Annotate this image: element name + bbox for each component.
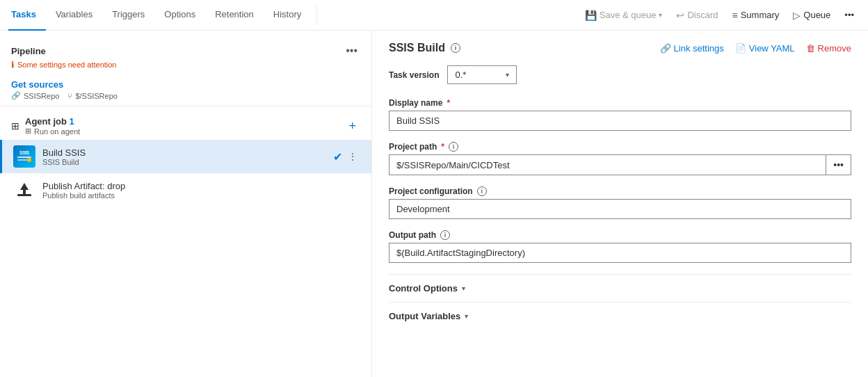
display-name-field: Display name * xyxy=(389,98,851,131)
remove-icon: 🗑 xyxy=(806,43,815,54)
output-path-field: Output path i xyxy=(389,230,851,263)
get-sources-link[interactable]: Get sources xyxy=(11,79,360,90)
task-item-publish-artifact[interactable]: Publish Artifact: drop Publish build art… xyxy=(0,173,371,207)
task-version-row: Task version 0.* ▾ xyxy=(389,65,851,84)
project-path-input[interactable] xyxy=(389,154,826,175)
title-info-icon[interactable]: i xyxy=(451,43,460,53)
nav-divider xyxy=(316,6,317,25)
ssis-icon-svg: SSIS xyxy=(13,145,35,168)
repo-icon: 🔗 xyxy=(11,91,21,100)
main-layout: Pipeline ••• ℹ Some settings need attent… xyxy=(0,31,868,377)
right-panel-actions: 🔗 Link settings 📄 View YAML 🗑 Remove xyxy=(660,43,851,54)
output-variables-chevron-icon: ▾ xyxy=(465,312,468,320)
nav-tabs: Tasks Variables Triggers Options Retenti… xyxy=(8,0,311,31)
more-options-button[interactable]: ••• xyxy=(839,7,860,23)
task-sub-publish-artifact: Publish build artifacts xyxy=(42,191,360,200)
warning-icon: ℹ xyxy=(11,60,15,70)
pipeline-title: Pipeline xyxy=(11,46,46,56)
branch-item: ⑂ $/SSISRepo xyxy=(67,92,118,100)
view-yaml-link[interactable]: 📄 View YAML xyxy=(735,43,795,54)
control-options-label: Control Options xyxy=(389,283,458,294)
output-variables-section[interactable]: Output Variables ▾ xyxy=(389,302,851,330)
task-more-button-build-ssis[interactable]: ⋮ xyxy=(345,150,360,163)
svg-marker-7 xyxy=(20,183,29,190)
link-icon: 🔗 xyxy=(660,43,671,54)
output-variables-label: Output Variables xyxy=(389,311,460,321)
task-actions-build-ssis: ✔ ⋮ xyxy=(333,150,360,163)
task-info-publish-artifact: Publish Artifact: drop Publish build art… xyxy=(42,181,360,200)
tab-tasks[interactable]: Tasks xyxy=(8,0,46,31)
control-options-chevron-icon: ▾ xyxy=(462,284,465,292)
required-asterisk-path: * xyxy=(441,142,444,152)
summary-button[interactable]: ≡ Summary xyxy=(727,7,785,24)
left-panel: Pipeline ••• ℹ Some settings need attent… xyxy=(0,31,372,377)
task-version-select[interactable]: 0.* ▾ xyxy=(447,65,517,84)
remove-link[interactable]: 🗑 Remove xyxy=(806,43,851,54)
top-nav: Tasks Variables Triggers Options Retenti… xyxy=(0,0,868,31)
task-version-label: Task version xyxy=(389,70,439,80)
output-path-input[interactable] xyxy=(389,243,851,263)
project-path-info-icon[interactable]: i xyxy=(449,142,458,152)
agent-job-info: Agent job 1 ⊞ Run on agent xyxy=(25,116,80,136)
project-path-field: Project path * i ••• xyxy=(389,142,851,175)
agent-job-title: Agent job 1 xyxy=(25,116,80,127)
yaml-icon: 📄 xyxy=(735,43,746,54)
dropdown-arrow-icon: ▾ xyxy=(659,11,662,19)
ellipsis-icon: ••• xyxy=(844,10,854,20)
artifact-icon-svg xyxy=(13,179,35,201)
project-configuration-info-icon[interactable]: i xyxy=(477,186,487,196)
project-configuration-field: Project configuration i xyxy=(389,186,851,219)
project-path-browse-button[interactable]: ••• xyxy=(826,154,851,175)
run-on-agent-icon: ⊞ xyxy=(25,127,31,136)
save-queue-button[interactable]: 💾 Save & queue ▾ xyxy=(579,7,668,24)
output-path-info-icon[interactable]: i xyxy=(440,230,450,240)
svg-point-4 xyxy=(27,158,31,162)
pipeline-header: Pipeline ••• xyxy=(0,39,371,60)
agent-job-header: ⊞ Agent job 1 ⊞ Run on agent + xyxy=(0,112,371,140)
right-panel-header: SSIS Build i 🔗 Link settings 📄 View YAML… xyxy=(389,42,851,54)
task-name-publish-artifact: Publish Artifact: drop xyxy=(42,181,360,191)
project-path-label: Project path * i xyxy=(389,142,851,152)
tab-history[interactable]: History xyxy=(264,0,311,31)
check-icon-build-ssis: ✔ xyxy=(333,150,342,163)
link-settings-link[interactable]: 🔗 Link settings xyxy=(660,43,724,54)
ssis-task-icon: SSIS xyxy=(13,145,35,168)
queue-icon: ▷ xyxy=(793,10,801,21)
discard-icon: ↩ xyxy=(676,10,684,21)
discard-button[interactable]: ↩ Discard xyxy=(670,7,723,24)
get-sources-section: Get sources 🔗 SSISRepo ⑂ $/SSISRepo xyxy=(0,74,371,106)
add-task-button[interactable]: + xyxy=(344,118,360,135)
get-sources-meta: 🔗 SSISRepo ⑂ $/SSISRepo xyxy=(11,91,360,100)
nav-actions: 💾 Save & queue ▾ ↩ Discard ≡ Summary ▷ Q… xyxy=(579,7,860,24)
task-sub-build-ssis: SSIS Build xyxy=(42,158,333,166)
display-name-label: Display name * xyxy=(389,98,851,108)
right-panel: SSIS Build i 🔗 Link settings 📄 View YAML… xyxy=(372,31,868,377)
tab-retention[interactable]: Retention xyxy=(205,0,264,31)
task-item-build-ssis[interactable]: SSIS Build SSIS SSIS Build ✔ ⋮ xyxy=(0,140,371,173)
task-name-build-ssis: Build SSIS xyxy=(42,147,333,158)
svg-rect-2 xyxy=(17,157,31,158)
project-path-input-group: ••• xyxy=(389,154,851,175)
tab-variables[interactable]: Variables xyxy=(46,0,102,31)
agent-job-icon: ⊞ xyxy=(11,120,19,131)
svg-rect-3 xyxy=(17,159,27,161)
tab-options[interactable]: Options xyxy=(154,0,205,31)
svg-rect-6 xyxy=(17,194,31,196)
branch-icon: ⑂ xyxy=(67,92,72,100)
version-chevron-icon: ▾ xyxy=(506,71,509,79)
repo-item: 🔗 SSISRepo xyxy=(11,91,59,100)
queue-button[interactable]: ▷ Queue xyxy=(787,7,836,24)
summary-icon: ≡ xyxy=(732,10,738,21)
pipeline-warning: ℹ Some settings need attention xyxy=(0,60,371,74)
tab-triggers[interactable]: Triggers xyxy=(102,0,154,31)
agent-job-left: ⊞ Agent job 1 ⊞ Run on agent xyxy=(11,116,80,136)
svg-text:SSIS: SSIS xyxy=(19,150,30,155)
pipeline-more-button[interactable]: ••• xyxy=(343,43,360,58)
agent-job-subtitle: ⊞ Run on agent xyxy=(25,127,80,136)
right-panel-title: SSIS Build i xyxy=(389,42,460,54)
display-name-input[interactable] xyxy=(389,111,851,131)
project-configuration-input[interactable] xyxy=(389,199,851,219)
control-options-section[interactable]: Control Options ▾ xyxy=(389,274,851,302)
artifact-task-icon xyxy=(13,179,35,201)
task-info-build-ssis: Build SSIS SSIS Build xyxy=(42,147,333,166)
